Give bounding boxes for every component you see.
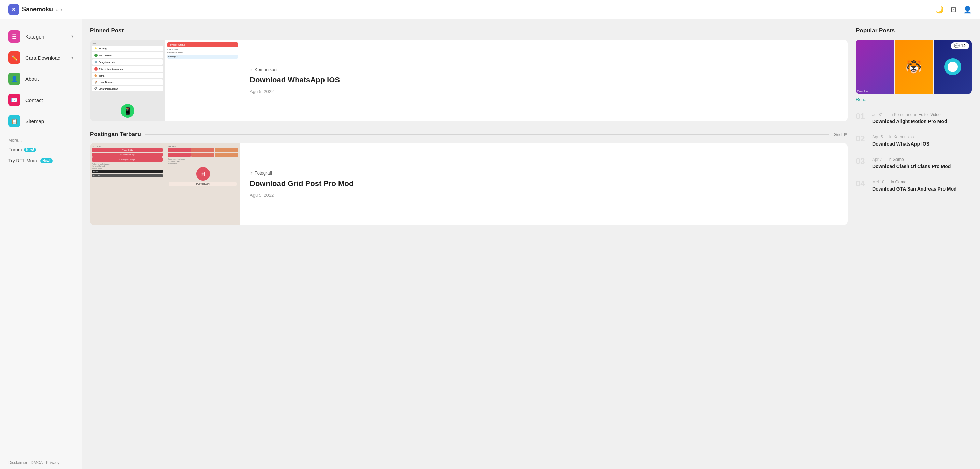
logo[interactable]: S Sanemoku apk — [8, 4, 62, 15]
popular-cat-prefix-4: in — [891, 180, 894, 184]
grid-label: Grid — [833, 132, 842, 137]
popular-date-1: Jul 31 — [872, 112, 883, 117]
popular-post-title-1: Download Alight Motion Pro Mod — [872, 118, 972, 125]
pinned-title: Pinned Post — [90, 27, 124, 34]
popular-item-4[interactable]: 04 Mei 10 — in Game Download GTA San And… — [856, 175, 972, 197]
sidebar-extra-rtl[interactable]: Try RTL Mode New! — [0, 155, 81, 166]
sidebar-item-about[interactable]: 👤 About — [0, 68, 81, 89]
chat-icon: 💬 — [954, 43, 959, 48]
popular-item-2[interactable]: 02 Agu 5 — in Komunikasi Download WhatsA… — [856, 130, 972, 152]
popular-meta-4: Mei 10 — in Game — [872, 180, 972, 184]
footer-disclaimer[interactable]: Disclaimer — [8, 460, 27, 465]
nav-actions: 🌙 ⊡ 👤 — [935, 5, 972, 14]
grid-panel-right: Grid Post Follow us on Instagramfor — [165, 143, 240, 225]
popular-hero-img-1: Download — [856, 40, 894, 94]
popular-sep-1: — — [884, 112, 889, 117]
popular-num-4: 04 — [856, 180, 868, 188]
popular-meta-2: Agu 5 — in Komunikasi — [872, 135, 972, 139]
right-sidebar: Popular Posts ⋯ Download 🐯 — [856, 27, 972, 197]
popular-grid-icon[interactable]: ⋯ — [966, 28, 972, 34]
popular-info-3: Apr 7 — in Game Download Clash Of Clans … — [872, 157, 972, 170]
terbaru-divider — [145, 134, 829, 135]
popular-hero-img-2: 🐯 — [895, 40, 933, 94]
pinned-section-header: Pinned Post ⋯ — [90, 27, 848, 34]
chevron-down-icon: ▾ — [71, 34, 73, 39]
rtl-label: Try RTL Mode — [8, 158, 38, 163]
popular-info-2: Agu 5 — in Komunikasi Download WhatsApp … — [872, 135, 972, 147]
popular-cat-3: Game — [892, 157, 904, 162]
terbaru-header: Postingan Terbaru Grid ⊞ — [90, 131, 848, 138]
grid-control[interactable]: Grid ⊞ — [833, 132, 848, 137]
pinned-post-image: Chat ⭐Bintang MB Themes ⚙️Pengaturan lai… — [90, 40, 240, 121]
read-more-link[interactable]: Rea... — [856, 97, 972, 102]
terbaru-post-date: Agu 5, 2022 — [250, 193, 353, 198]
pinned-post-body: in Komunikasi Download WhatsApp IOS Agu … — [240, 40, 349, 121]
popular-post-title-3: Download Clash Of Clans Pro Mod — [872, 163, 972, 170]
popular-sep-2: — — [884, 135, 889, 139]
sidebar-item-contact[interactable]: ✉️ Contact — [0, 89, 81, 111]
terbaru-category: in Fotografi — [250, 170, 353, 176]
popular-item-3[interactable]: 03 Apr 7 — in Game Download Clash Of Cla… — [856, 152, 972, 175]
popular-header: Popular Posts ⋯ — [856, 27, 972, 34]
popular-num-1: 01 — [856, 112, 868, 120]
popular-hero-images[interactable]: Download 🐯 💬 12 — [856, 40, 972, 94]
sidebar-item-kategori[interactable]: ☰ Kategori ▾ — [0, 26, 81, 47]
popular-item-1[interactable]: 01 Jul 31 — in Pemutar dan Editor Video … — [856, 107, 972, 130]
sidebar: ☰ Kategori ▾ ✏️ Cara Download ▾ 👤 About … — [0, 19, 82, 469]
popular-hero-count: 12 — [961, 43, 966, 48]
pinned-grid-icon[interactable]: ⋯ — [842, 28, 848, 34]
popular-meta-1: Jul 31 — in Pemutar dan Editor Video — [872, 112, 972, 117]
main-content: Pinned Post ⋯ Chat ⭐Bintang MB Themes ⚙️… — [82, 19, 980, 469]
popular-hero-badge: 💬 12 — [951, 42, 969, 49]
popular-date-2: Agu 5 — [872, 135, 883, 139]
user-icon[interactable]: 👤 — [963, 5, 972, 14]
sidebar-label-sitemap: Sitemap — [25, 118, 73, 124]
pinned-category-prefix: in — [250, 67, 253, 72]
pinned-divider — [127, 31, 838, 31]
sidebar-more-label: More... — [0, 132, 81, 144]
popular-sep-3: — — [883, 157, 888, 162]
grid-panel-left: Grid Post Photo Grids Panorama Crop Free… — [90, 143, 165, 225]
popular-cat-2: Komunikasi — [894, 135, 915, 139]
terbaru-category-name: Fotografi — [255, 170, 272, 176]
forum-label: Forum — [8, 147, 22, 152]
popular-title: Popular Posts — [856, 27, 895, 34]
sitemap-icon: 📋 — [8, 115, 21, 127]
footer-dmca[interactable]: DMCA — [31, 460, 43, 465]
sidebar-item-cara-download[interactable]: ✏️ Cara Download ▾ — [0, 47, 81, 68]
popular-list: 01 Jul 31 — in Pemutar dan Editor Video … — [856, 107, 972, 197]
sidebar-footer: Disclaimer · DMCA · Privacy — [0, 456, 82, 469]
popular-date-3: Apr 7 — [872, 157, 882, 162]
popular-cat-4: Game — [895, 180, 906, 184]
pinned-post-title[interactable]: Download WhatsApp IOS — [250, 75, 340, 85]
terbaru-post-image: Grid Post Photo Grids Panorama Crop Free… — [90, 143, 240, 225]
logo-apk: apk — [56, 8, 62, 11]
about-icon: 👤 — [8, 73, 21, 85]
translate-icon[interactable]: ⊡ — [951, 5, 956, 14]
top-nav: S Sanemoku apk 🌙 ⊡ 👤 — [0, 0, 980, 19]
pinned-category-name: Komunikasi — [255, 67, 277, 72]
forum-new-badge: New! — [24, 147, 36, 152]
cara-download-icon: ✏️ — [8, 51, 21, 64]
dark-mode-icon[interactable]: 🌙 — [935, 5, 944, 14]
sidebar-label-kategori: Kategori — [25, 34, 67, 40]
sidebar-extra-forum[interactable]: Forum New! — [0, 144, 81, 155]
popular-meta-3: Apr 7 — in Game — [872, 157, 972, 162]
sidebar-item-sitemap[interactable]: 📋 Sitemap — [0, 111, 81, 132]
popular-cat-prefix-1: in — [889, 112, 892, 117]
popular-post-title-2: Download WhatsApp IOS — [872, 141, 972, 147]
wa-screenshot-left: Chat ⭐Bintang MB Themes ⚙️Pengaturan lai… — [90, 40, 165, 121]
footer-privacy[interactable]: Privacy — [46, 460, 59, 465]
chevron-down-icon-cara: ▾ — [71, 55, 73, 60]
popular-num-2: 02 — [856, 135, 868, 143]
popular-info-1: Jul 31 — in Pemutar dan Editor Video Dow… — [872, 112, 972, 125]
logo-icon: S — [8, 4, 19, 15]
popular-info-4: Mei 10 — in Game Download GTA San Andrea… — [872, 180, 972, 192]
terbaru-post-title[interactable]: Download Grid Post Pro Mod — [250, 179, 353, 189]
popular-cat-prefix-3: in — [888, 157, 891, 162]
rtl-new-badge: New! — [40, 158, 52, 163]
pinned-card[interactable]: Chat ⭐Bintang MB Themes ⚙️Pengaturan lai… — [90, 40, 848, 121]
terbaru-section: Postingan Terbaru Grid ⊞ Grid Post Photo… — [90, 131, 848, 225]
terbaru-post-card[interactable]: Grid Post Photo Grids Panorama Crop Free… — [90, 143, 848, 225]
terbaru-post-body: in Fotografi Download Grid Post Pro Mod … — [240, 143, 363, 225]
